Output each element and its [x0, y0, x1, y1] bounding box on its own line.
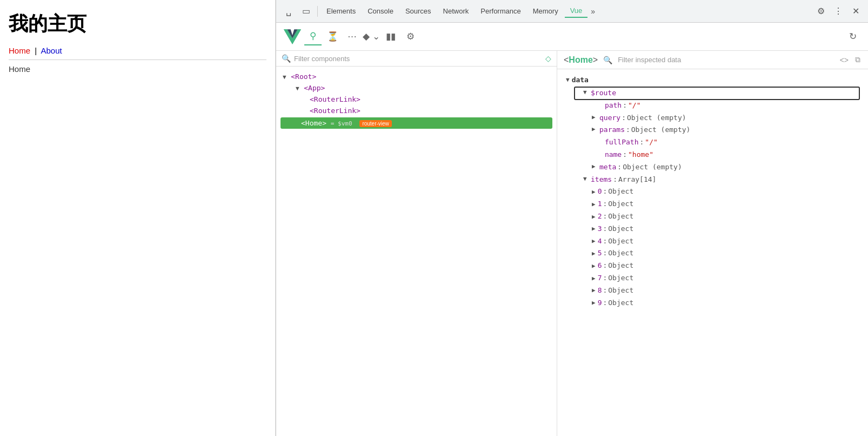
fullpath-key: fullPath	[605, 137, 639, 148]
responsive-icon[interactable]: ▭	[298, 3, 314, 19]
app-tag: <App>	[304, 84, 325, 92]
page-route-label: Home	[9, 64, 266, 74]
tree-item-root[interactable]: ▼ <Root>	[276, 71, 557, 82]
component-tree-panel: 🔍 ◇ ▼ <Root> ▼ <App> <RouterLink>	[276, 51, 557, 436]
timeline-tool[interactable]: ⏳	[324, 28, 341, 45]
tab-console[interactable]: Console	[362, 5, 399, 17]
params-colon: :	[626, 124, 630, 136]
component-tree-tool[interactable]: ⚲	[304, 28, 322, 45]
item-arrow-9[interactable]: ▶	[592, 298, 596, 308]
item-row-8[interactable]: ▶ 8:Object	[583, 285, 859, 297]
about-link[interactable]: About	[41, 46, 62, 55]
tree-item-routerlink-1[interactable]: <RouterLink>	[276, 94, 557, 105]
item-row-4[interactable]: ▶ 4:Object	[583, 235, 859, 248]
route-arrow[interactable]: ▼	[583, 88, 589, 97]
item-row-1[interactable]: ▶ 1:Object	[583, 198, 859, 210]
item-row-0[interactable]: ▶ 0:Object	[583, 186, 859, 198]
data-panel-header: <Home> 🔍 <> ⧉	[557, 51, 868, 69]
item-arrow-6[interactable]: ▶	[592, 261, 596, 271]
route-name-row: name : "home"	[583, 149, 859, 161]
items-count: Array[14]	[618, 174, 656, 186]
home-link[interactable]: Home	[9, 46, 30, 55]
page-title: 我的主页	[9, 11, 266, 37]
settings-icon[interactable]: ⚙	[813, 3, 829, 19]
item-row-5[interactable]: ▶ 5:Object	[583, 247, 859, 260]
chart-tool[interactable]: ▮▮	[382, 28, 399, 45]
items-arrow[interactable]: ▼	[583, 174, 589, 184]
devtools-panel: ␣ ▭ Elements Console Sources Network Per…	[276, 0, 868, 436]
name-colon: :	[623, 149, 627, 161]
tab-memory[interactable]: Memory	[528, 5, 564, 17]
params-arrow[interactable]: ▶	[592, 124, 597, 134]
close-devtools-icon[interactable]: ✕	[847, 3, 864, 19]
vue-settings-tool[interactable]: ⚙	[402, 28, 419, 45]
item-index-5: 5	[598, 248, 602, 259]
query-arrow[interactable]: ▶	[592, 113, 597, 122]
item-arrow-0[interactable]: ▶	[592, 187, 596, 197]
tree-search-icon: 🔍	[282, 54, 291, 63]
tab-sources[interactable]: Sources	[400, 5, 437, 17]
tab-vue[interactable]: Vue	[565, 4, 588, 18]
item-arrow-1[interactable]: ▶	[592, 200, 596, 209]
item-arrow-8[interactable]: ▶	[592, 286, 596, 295]
route-key: $route	[591, 88, 616, 99]
item-arrow-5[interactable]: ▶	[592, 249, 596, 259]
home-tag: <Home>	[301, 119, 326, 127]
meta-value: Object (empty)	[623, 162, 682, 173]
vue-content: 🔍 ◇ ▼ <Root> ▼ <App> <RouterLink>	[276, 51, 868, 436]
query-colon: :	[622, 113, 626, 124]
code-view-icon[interactable]: <>	[839, 55, 850, 65]
name-value: "home"	[628, 149, 653, 161]
item-index-1: 1	[598, 199, 602, 210]
item-row-2[interactable]: ▶ 2:Object	[583, 210, 859, 223]
items-key: items	[591, 174, 612, 186]
item-arrow-4[interactable]: ▶	[592, 236, 596, 246]
tree-item-home[interactable]: <Home> = $vm0 router-view	[281, 117, 552, 129]
vuex-tool[interactable]: ⋯	[343, 28, 360, 45]
tab-separator-1	[317, 6, 318, 17]
tab-performance[interactable]: Performance	[475, 5, 526, 17]
nav-separator: |	[35, 46, 37, 55]
item-row-9[interactable]: ▶ 9:Object	[583, 297, 859, 309]
data-filter-input[interactable]	[618, 56, 834, 64]
rl2-tag: <RouterLink>	[310, 107, 360, 115]
hex-select-icon[interactable]: ◇	[545, 54, 551, 63]
item-arrow-7[interactable]: ▶	[592, 274, 596, 283]
tree-filter-bar: 🔍 ◇	[276, 51, 557, 67]
open-external-icon[interactable]: ⧉	[854, 54, 862, 65]
item-arrow-2[interactable]: ▶	[592, 212, 596, 222]
item-arrow-3[interactable]: ▶	[592, 224, 596, 234]
meta-key: meta	[599, 162, 616, 173]
tree-filter-input[interactable]	[294, 55, 542, 63]
items-children: ▶ 0:Object▶ 1:Object▶ 2:Object▶ 3:Object…	[575, 186, 859, 309]
more-options-icon[interactable]: ⋮	[830, 3, 846, 19]
tree-item-app[interactable]: ▼ <App>	[276, 82, 557, 94]
page-nav: Home | About	[9, 46, 266, 60]
component-bracket-open: <	[564, 55, 569, 64]
route-row[interactable]: ▼ $route	[575, 87, 859, 100]
route-fields: path : "/" ▶ query : Object (empty)	[575, 100, 859, 174]
path-colon: :	[623, 100, 627, 111]
items-header-row: ▼ items : Array[14]	[575, 174, 859, 186]
refresh-tool[interactable]: ↻	[844, 28, 862, 45]
item-index-7: 7	[598, 273, 602, 284]
vue-toolbar: ⚲ ⏳ ⋯ ◆ ⌄ ▮▮ ⚙ ↻	[276, 23, 868, 51]
fullpath-value: "/"	[645, 137, 657, 148]
cursor-icon[interactable]: ␣	[281, 3, 297, 19]
tab-elements[interactable]: Elements	[321, 5, 361, 17]
router-tool[interactable]: ◆ ⌄	[363, 28, 380, 45]
root-tag: <Root>	[291, 72, 316, 81]
route-group: ▼ $route path : "/"	[566, 87, 859, 174]
tab-network[interactable]: Network	[438, 5, 475, 17]
name-arrow	[592, 149, 603, 159]
item-row-6[interactable]: ▶ 6:Object	[583, 260, 859, 272]
data-section-header: ▼ data	[566, 76, 859, 84]
component-bracket-close: >	[593, 55, 598, 64]
data-section-arrow[interactable]: ▼	[566, 76, 570, 83]
more-tabs-button[interactable]: »	[589, 7, 597, 16]
app-arrow: ▼	[296, 85, 303, 92]
item-row-3[interactable]: ▶ 3:Object	[583, 223, 859, 235]
item-row-7[interactable]: ▶ 7:Object	[583, 272, 859, 285]
meta-arrow[interactable]: ▶	[592, 162, 597, 171]
tree-item-routerlink-2[interactable]: <RouterLink>	[276, 105, 557, 116]
